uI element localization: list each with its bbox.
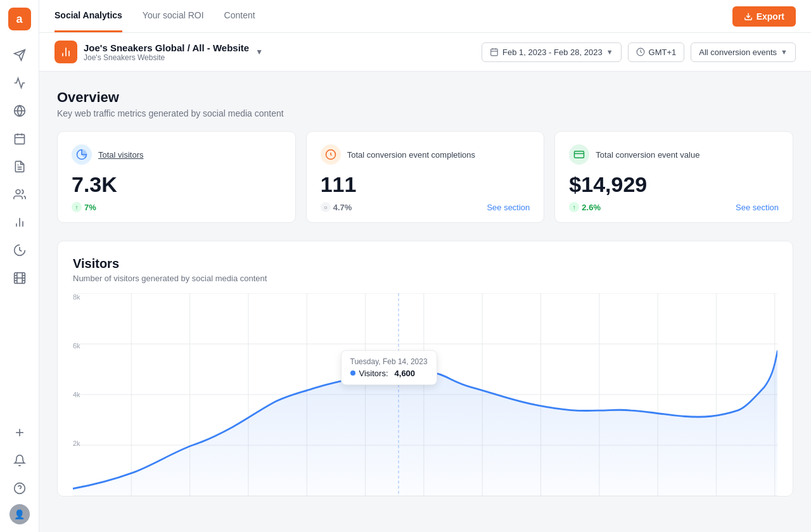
value-label: Total conversion event value xyxy=(596,150,699,160)
account-chevron-icon: ▼ xyxy=(255,48,263,56)
value-footer: ↑ 2.6% See section xyxy=(569,202,779,212)
y-label-4k: 4k xyxy=(73,391,80,398)
completions-change: ○ 4.7% xyxy=(321,202,352,212)
calendar-filter-icon xyxy=(490,48,499,56)
visitors-footer: ↑ 7% xyxy=(72,202,281,212)
sidebar-item-inbox[interactable] xyxy=(8,71,32,95)
account-name: Joe's Sneakers Global / All - Website xyxy=(84,42,249,53)
visitors-change-value: 7% xyxy=(84,203,96,212)
value-change-value: 2.6% xyxy=(582,203,601,212)
chart-title: Visitors xyxy=(73,256,777,271)
app-logo[interactable]: a xyxy=(8,8,31,30)
visitors-value: 7.3K xyxy=(72,172,281,197)
visitors-chart-svg: 8k 6k 4k 2k xyxy=(73,293,777,496)
completions-value: 111 xyxy=(321,172,530,197)
completions-change-dot: ○ xyxy=(321,202,331,212)
svg-rect-4 xyxy=(15,134,24,144)
metric-header-value: Total conversion event value xyxy=(569,144,779,165)
sidebar-item-people[interactable] xyxy=(8,182,32,206)
user-avatar[interactable]: 👤 xyxy=(10,504,30,524)
export-button[interactable]: Export xyxy=(732,6,796,27)
overview-subtitle: Key web traffic metrics generated by soc… xyxy=(57,108,793,118)
account-subtitle: Joe's Sneakers Website xyxy=(84,53,249,62)
clock-icon xyxy=(636,48,645,56)
completions-footer: ○ 4.7% See section xyxy=(321,202,530,212)
tab-social-analytics[interactable]: Social Analytics xyxy=(54,0,122,32)
sidebar-item-calendar[interactable] xyxy=(8,127,32,151)
tab-content[interactable]: Content xyxy=(224,0,255,32)
value-see-section-link[interactable]: See section xyxy=(736,203,779,212)
metric-card-visitors: Total visitors 7.3K ↑ 7% xyxy=(57,131,296,223)
logo-letter: a xyxy=(16,13,22,26)
value-value: $14,929 xyxy=(569,172,779,197)
completions-change-value: 4.7% xyxy=(333,203,352,212)
svg-rect-30 xyxy=(491,49,498,56)
completions-see-section-link[interactable]: See section xyxy=(487,203,530,212)
sidebar-item-media[interactable] xyxy=(8,266,32,290)
notifications-button[interactable] xyxy=(8,448,32,472)
completions-icon xyxy=(321,144,341,165)
sidebar-item-gauge[interactable] xyxy=(8,238,32,262)
visitors-chart-section: Visitors Number of visitors generated by… xyxy=(57,241,793,497)
account-icon xyxy=(54,41,77,63)
conversion-filter[interactable]: All conversion events ▼ xyxy=(691,42,796,62)
tab-social-roi[interactable]: Your social ROI xyxy=(143,0,204,32)
sidebar-item-send[interactable] xyxy=(8,43,32,67)
value-icon xyxy=(569,144,589,165)
visitors-change-dot: ↑ xyxy=(72,202,82,212)
value-change: ↑ 2.6% xyxy=(569,202,601,212)
timezone-label: GMT+1 xyxy=(649,48,677,57)
overview-title: Overview xyxy=(57,89,793,106)
visitors-icon xyxy=(72,144,92,165)
visitors-label[interactable]: Total visitors xyxy=(98,150,144,160)
sidebar-item-analytics[interactable] xyxy=(8,210,32,234)
sidebar: a 👤 xyxy=(0,0,39,532)
metric-card-completions: Total conversion event completions 111 ○… xyxy=(306,131,545,223)
timezone-filter[interactable]: GMT+1 xyxy=(628,42,685,62)
chart-subtitle: Number of visitors generated by social m… xyxy=(73,274,777,283)
y-axis-labels: 8k 6k 4k 2k 0 xyxy=(73,293,80,496)
help-button[interactable] xyxy=(8,476,32,500)
value-change-dot: ↑ xyxy=(569,202,579,212)
add-button[interactable] xyxy=(8,421,32,445)
header-filters: Feb 1, 2023 - Feb 28, 2023 ▼ GMT+1 All c… xyxy=(482,42,796,62)
visitors-chart-area[interactable]: 8k 6k 4k 2k xyxy=(73,293,777,496)
overview-section: Overview Key web traffic metrics generat… xyxy=(57,89,793,223)
main-content: Social Analytics Your social ROI Content… xyxy=(39,0,811,532)
conversion-chevron-icon: ▼ xyxy=(781,48,788,56)
export-label: Export xyxy=(757,11,784,22)
y-label-8k: 8k xyxy=(73,293,80,301)
account-info: Joe's Sneakers Global / All - Website Jo… xyxy=(84,42,249,62)
svg-point-10 xyxy=(16,190,20,194)
page-body: Overview Key web traffic metrics generat… xyxy=(39,72,811,532)
y-label-6k: 6k xyxy=(73,342,80,350)
date-chevron-icon: ▼ xyxy=(606,48,613,56)
top-navigation: Social Analytics Your social ROI Content… xyxy=(39,0,811,33)
date-range-label: Feb 1, 2023 - Feb 28, 2023 xyxy=(502,48,603,57)
metrics-row: Total visitors 7.3K ↑ 7% xyxy=(57,131,793,223)
visitors-change: ↑ 7% xyxy=(72,202,96,212)
date-range-filter[interactable]: Feb 1, 2023 - Feb 28, 2023 ▼ xyxy=(482,42,621,62)
metric-header-completions: Total conversion event completions xyxy=(321,144,530,165)
sidebar-bottom: 👤 xyxy=(8,421,32,524)
y-label-2k: 2k xyxy=(73,440,80,447)
account-header-bar: Joe's Sneakers Global / All - Website Jo… xyxy=(39,33,811,72)
completions-label: Total conversion event completions xyxy=(347,150,475,160)
account-selector[interactable]: Joe's Sneakers Global / All - Website Jo… xyxy=(54,41,263,63)
conversion-filter-label: All conversion events xyxy=(699,48,777,57)
sidebar-item-report[interactable] xyxy=(8,155,32,179)
sidebar-item-globe[interactable] xyxy=(8,99,32,123)
page-content: Joe's Sneakers Global / All - Website Jo… xyxy=(39,33,811,532)
metric-header-visitors: Total visitors xyxy=(72,144,281,165)
metric-card-value: Total conversion event value $14,929 ↑ 2… xyxy=(554,131,793,223)
svg-rect-36 xyxy=(575,151,584,158)
